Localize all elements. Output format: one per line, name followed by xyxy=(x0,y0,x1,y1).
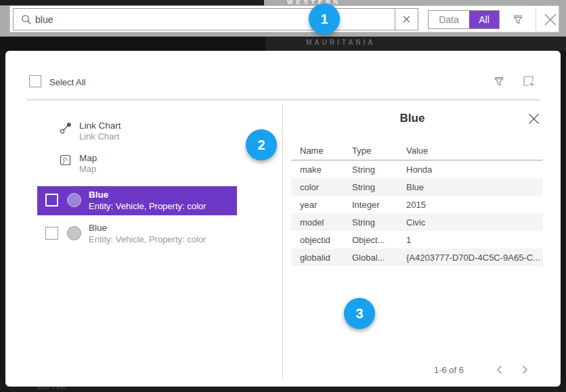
result-link-chart-subtitle: Link Chart xyxy=(79,131,119,141)
table-row: color String Blue xyxy=(291,178,543,196)
pagination-label: 1-6 of 6 xyxy=(412,365,486,375)
result-title: Blue xyxy=(89,190,108,200)
select-all-label: Select All xyxy=(49,77,85,87)
toggle-option-all[interactable]: All xyxy=(469,11,499,28)
cell-type: String xyxy=(352,165,406,175)
map-dark-area xyxy=(0,0,264,5)
filter-icon[interactable] xyxy=(510,12,525,27)
detail-close-icon[interactable] xyxy=(526,111,541,126)
cell-name: year xyxy=(291,200,352,210)
cell-name: objectid xyxy=(291,235,352,245)
result-subtitle: Entity: Vehicle, Property: color xyxy=(89,201,206,211)
table-header-row: Name Type Value xyxy=(291,141,543,160)
header-value: Value xyxy=(406,146,543,156)
select-all-checkbox[interactable] xyxy=(29,75,41,87)
table-row: make String Honda xyxy=(291,160,543,178)
map-region-label: MAURITANIA xyxy=(306,39,376,46)
result-checkbox[interactable] xyxy=(45,194,58,206)
clear-search-button[interactable] xyxy=(395,9,418,30)
table-row: objectid Object... 1 xyxy=(291,231,543,248)
cell-type: Global... xyxy=(352,253,406,263)
search-box[interactable] xyxy=(13,8,418,30)
search-icon xyxy=(21,14,32,25)
list-detail-separator xyxy=(282,104,283,379)
cell-value: {A4203777-D70D-4C5C-9A65-C... xyxy=(406,253,543,263)
header-name: Name xyxy=(291,146,352,156)
cell-type: Integer xyxy=(352,200,406,210)
result-blue-selected[interactable]: Blue Entity: Vehicle, Property: color xyxy=(37,186,237,215)
cell-value: 2015 xyxy=(406,200,543,210)
callout-badge-3: 3 xyxy=(344,298,375,329)
toolbar-divider xyxy=(536,7,536,30)
page-previous-icon[interactable] xyxy=(492,363,506,376)
map-icon xyxy=(60,154,71,166)
cell-name: globalid xyxy=(291,253,352,263)
result-checkbox[interactable] xyxy=(45,227,58,240)
result-link-chart-title[interactable]: Link Chart xyxy=(79,121,121,131)
header-type: Type xyxy=(352,146,406,156)
toggle-option-data[interactable]: Data xyxy=(429,11,469,28)
results-filter-icon[interactable] xyxy=(492,74,506,89)
cell-name: make xyxy=(291,165,352,175)
cell-value: Honda xyxy=(406,165,543,175)
map-background-mid xyxy=(0,37,566,51)
result-map-subtitle: Map xyxy=(79,164,96,174)
table-row: globalid Global... {A4203777-D70D-4C5C-9… xyxy=(291,248,543,266)
result-map-title[interactable]: Map xyxy=(79,153,97,163)
page-next-icon[interactable] xyxy=(518,363,531,376)
cell-value: 1 xyxy=(406,235,543,245)
table-row: year Integer 2015 xyxy=(291,196,543,213)
result-subtitle: Entity: Vehicle, Property: color xyxy=(89,234,206,244)
cell-name: model xyxy=(291,217,352,227)
data-all-toggle: Data All xyxy=(428,10,500,29)
search-toolbar: Data All xyxy=(9,5,559,32)
cell-type: String xyxy=(352,217,406,227)
header-divider xyxy=(27,100,540,100)
cell-value: Civic xyxy=(406,217,543,227)
entity-node-icon xyxy=(67,193,81,207)
entity-node-icon xyxy=(67,226,81,240)
detail-title: Blue xyxy=(282,112,542,125)
callout-badge-1: 1 xyxy=(309,3,340,35)
attributes-table: Name Type Value make String Honda color … xyxy=(291,141,543,266)
map-region-label-top: WESTERN xyxy=(287,0,341,5)
cell-name: color xyxy=(291,182,352,192)
table-row: model String Civic xyxy=(291,213,543,231)
close-search-icon[interactable] xyxy=(542,12,559,28)
cell-type: String xyxy=(352,182,406,192)
callout-badge-2: 2 xyxy=(246,129,277,160)
add-to-selection-icon[interactable] xyxy=(521,74,536,89)
app-window: WESTERN MAURITANIA 500 Feet Data All xyxy=(0,0,566,392)
link-chart-icon xyxy=(60,122,72,134)
cell-value: Blue xyxy=(406,182,543,192)
cell-type: Object... xyxy=(352,235,406,245)
result-blue-unselected[interactable]: Blue Entity: Vehicle, Property: color xyxy=(37,219,237,248)
search-results-panel: Select All Link Chart Link Chart Map Map… xyxy=(5,51,561,387)
result-title: Blue xyxy=(89,223,107,233)
